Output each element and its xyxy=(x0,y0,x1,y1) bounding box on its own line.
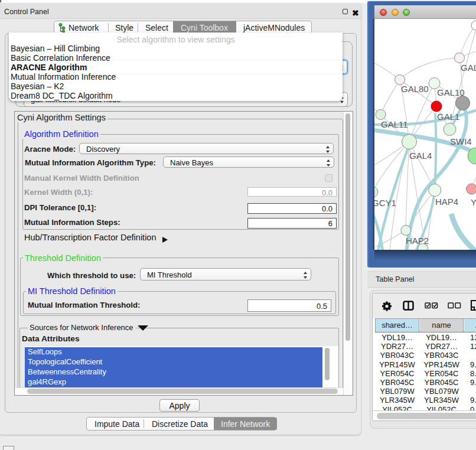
svg-text:GAL4: GAL4 xyxy=(409,151,432,161)
svg-text:HAP2: HAP2 xyxy=(406,236,429,246)
svg-text:GCY1: GCY1 xyxy=(374,198,396,208)
svg-text:SWI4: SWI4 xyxy=(450,136,472,146)
svg-text:GAL1: GAL1 xyxy=(437,112,459,122)
svg-text:HAP4: HAP4 xyxy=(435,197,458,207)
svg-text:Y: Y xyxy=(471,197,476,207)
svg-text:GAL80: GAL80 xyxy=(401,84,429,94)
svg-text:GAL: GAL xyxy=(461,63,476,73)
svg-text:GAL10: GAL10 xyxy=(437,87,465,97)
svg-text:GAL11: GAL11 xyxy=(381,119,408,129)
